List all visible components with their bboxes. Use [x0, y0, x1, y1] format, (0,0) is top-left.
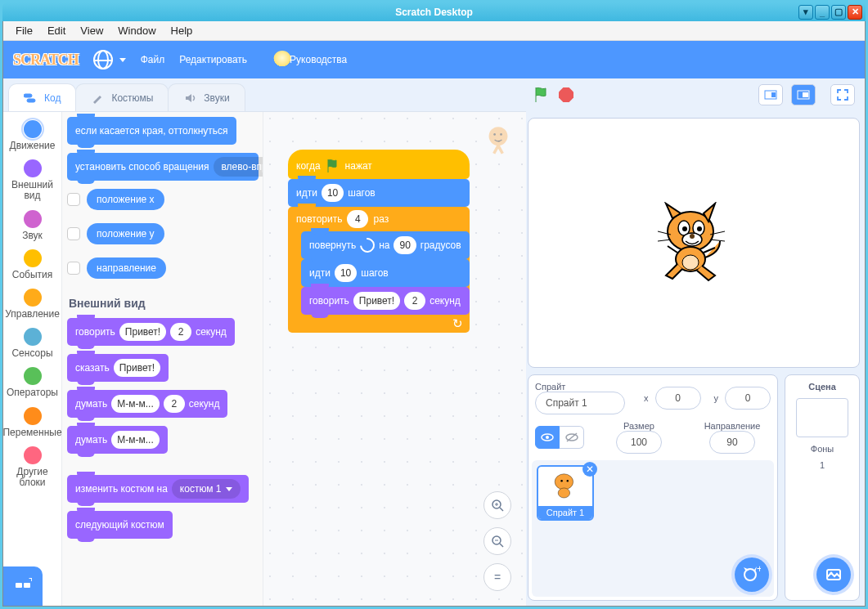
- say-sec-input[interactable]: 2: [170, 323, 191, 341]
- flag-icon: [325, 158, 341, 174]
- cat-operators-label: Операторы: [7, 387, 58, 398]
- toolbar-tutorials[interactable]: Руководства: [273, 51, 347, 69]
- block-switch-costume[interactable]: изменить костюм накостюм 1: [67, 475, 249, 503]
- menu-view[interactable]: View: [73, 22, 110, 39]
- green-flag-button[interactable]: [533, 86, 551, 104]
- block-edge-bounce[interactable]: если касается края, оттолкнуться: [67, 117, 236, 145]
- cat-motion[interactable]: Движение: [5, 117, 61, 154]
- cat-variables[interactable]: Переменные: [5, 404, 61, 441]
- tab-sounds[interactable]: Звуки: [168, 83, 245, 111]
- think-sec-input[interactable]: 2: [164, 395, 185, 413]
- sprite-label: Спрайт: [535, 382, 631, 392]
- block-think[interactable]: думатьМ-м-м...: [67, 426, 168, 454]
- direction-input[interactable]: 90: [709, 431, 755, 454]
- stage-small-button[interactable]: [758, 84, 783, 105]
- cat-sensing[interactable]: Сенсоры: [5, 325, 61, 362]
- delete-sprite-button[interactable]: ✕: [582, 462, 597, 477]
- block-set-rotation-label: установить способ вращения: [75, 161, 209, 172]
- think-msg-input[interactable]: М-м-м...: [111, 395, 160, 413]
- toolbar-edit[interactable]: Редактировать: [179, 54, 247, 65]
- think-msg-input2[interactable]: М-м-м...: [111, 431, 160, 449]
- checkbox-dir[interactable]: [67, 262, 80, 275]
- block-say-script[interactable]: говоритьПривет!2секунд: [301, 287, 470, 315]
- cat-looks[interactable]: Внешний вид: [5, 156, 61, 204]
- stage[interactable]: [528, 118, 860, 368]
- move-steps-input[interactable]: 10: [322, 184, 344, 202]
- cat-control-label: Управление: [5, 309, 60, 320]
- menu-edit[interactable]: Edit: [40, 22, 73, 39]
- t: идти: [296, 187, 317, 199]
- block-move2[interactable]: идти10шагов: [301, 259, 470, 287]
- cat-events[interactable]: События: [5, 246, 61, 284]
- rotation-style-dropdown[interactable]: влево-вправо: [214, 157, 263, 177]
- block-move[interactable]: идти10шагов: [288, 179, 470, 207]
- turn-deg-input[interactable]: 90: [394, 236, 416, 254]
- block-repeat[interactable]: повторить4раз повернутьна90градусов идти…: [288, 207, 470, 333]
- script-stack[interactable]: когданажат идти10шагов повторить4раз пов…: [288, 150, 470, 333]
- sprite-name-input[interactable]: Спрайт 1: [535, 392, 625, 414]
- tab-code[interactable]: Код: [8, 83, 76, 111]
- script-say-sec[interactable]: 2: [404, 292, 425, 310]
- svg-point-39: [558, 488, 569, 498]
- toolbar-file[interactable]: Файл: [141, 54, 165, 65]
- repeat-n-input[interactable]: 4: [347, 210, 368, 228]
- reporter-direction[interactable]: направление: [87, 257, 166, 279]
- zoom-in-button[interactable]: [483, 491, 511, 519]
- add-backdrop-button[interactable]: [816, 558, 851, 592]
- block-turn[interactable]: повернутьна90градусов: [301, 231, 470, 259]
- zoom-reset-button[interactable]: =: [483, 563, 511, 591]
- block-palette[interactable]: если касается края, оттолкнуться установ…: [62, 112, 263, 606]
- block-when-flag[interactable]: когданажат: [288, 150, 470, 179]
- block-say[interactable]: сказатьПривет!: [67, 354, 169, 382]
- titlebar[interactable]: Scratch Desktop ▾ _ ▢ ✕: [2, 2, 866, 21]
- x-input[interactable]: 0: [655, 387, 701, 410]
- menu-window[interactable]: Window: [110, 22, 163, 39]
- language-picker[interactable]: [93, 50, 126, 69]
- sprite-thumb[interactable]: ✕ Спрайт 1: [537, 465, 594, 521]
- checkbox-y[interactable]: [67, 227, 80, 240]
- category-column: Движение Внешний вид Звук События Управл…: [3, 112, 62, 606]
- scratch-logo[interactable]: SCRATCH: [13, 51, 79, 69]
- reporter-position-y[interactable]: положение y: [87, 223, 164, 244]
- stage-large-button[interactable]: [791, 84, 816, 105]
- script-say-msg[interactable]: Привет!: [353, 292, 400, 310]
- scene-title: Сцена: [808, 382, 836, 392]
- script-canvas[interactable]: когданажат идти10шагов повторить4раз пов…: [263, 112, 526, 606]
- add-sprite-button[interactable]: +: [735, 558, 769, 592]
- checkbox-x[interactable]: [67, 193, 80, 206]
- cat-sound-label: Звук: [22, 231, 43, 241]
- t: говорить: [75, 326, 115, 338]
- cat-sound[interactable]: Звук: [5, 207, 61, 244]
- costume-dropdown[interactable]: костюм 1: [172, 479, 241, 499]
- scratch-cat-sprite[interactable]: [654, 202, 733, 284]
- cat-myblocks[interactable]: Другие блоки: [5, 443, 61, 491]
- fullscreen-button[interactable]: [830, 84, 855, 105]
- menu-file[interactable]: File: [8, 22, 40, 39]
- say-msg-input[interactable]: Привет!: [119, 323, 166, 341]
- turn-cw-icon: [357, 235, 377, 255]
- editor-tabs: Код Костюмы Звуки: [3, 78, 526, 111]
- menu-help[interactable]: Help: [164, 22, 200, 39]
- show-sprite-button[interactable]: [535, 426, 560, 449]
- block-say-for[interactable]: говоритьПривет!2секунд: [67, 318, 235, 346]
- block-next-costume[interactable]: следующий костюм: [67, 511, 173, 539]
- backdrop-thumb[interactable]: [796, 398, 848, 437]
- zoom-out-button[interactable]: [483, 527, 511, 555]
- block-think-for[interactable]: думатьМ-м-м...2секунд: [67, 390, 227, 418]
- add-extension-button[interactable]: +: [3, 566, 43, 606]
- cat-operators[interactable]: Операторы: [5, 364, 61, 401]
- cat-myblocks-label: Другие блоки: [5, 467, 61, 488]
- hide-sprite-button[interactable]: [560, 426, 584, 449]
- stop-button[interactable]: [559, 87, 573, 102]
- t: раз: [373, 213, 389, 225]
- move2-steps-input[interactable]: 10: [335, 264, 357, 282]
- svg-point-36: [555, 474, 573, 490]
- say-msg-input2[interactable]: Привет!: [114, 359, 160, 377]
- tab-costumes[interactable]: Костюмы: [75, 83, 169, 111]
- cat-control[interactable]: Управление: [5, 285, 61, 323]
- block-set-rotation[interactable]: установить способ вращениявлево-вправо: [67, 153, 259, 181]
- cat-motion-label: Движение: [10, 141, 56, 151]
- reporter-position-x[interactable]: положение x: [87, 189, 164, 210]
- size-input[interactable]: 100: [616, 431, 662, 454]
- y-input[interactable]: 0: [725, 387, 771, 410]
